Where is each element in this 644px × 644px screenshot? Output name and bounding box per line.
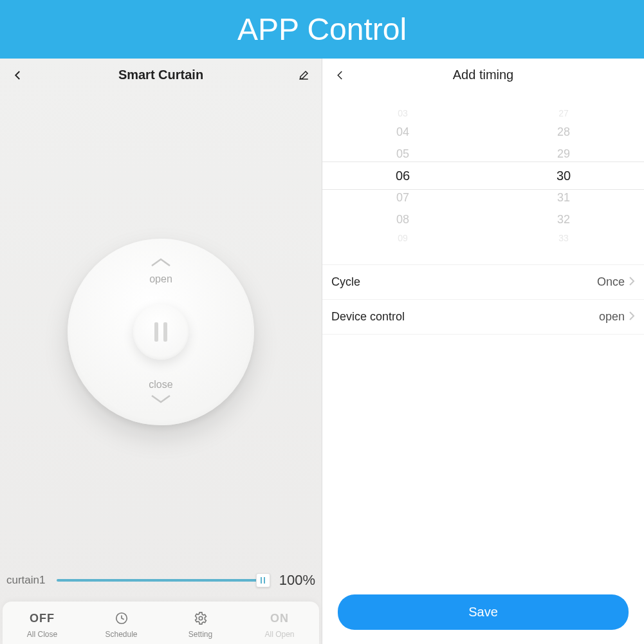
back-button[interactable] <box>334 69 347 82</box>
minute-column[interactable]: 27 28 29 30 31 32 33 <box>483 92 644 259</box>
screen-title: Smart Curtain <box>118 68 203 82</box>
screen-title: Add timing <box>453 68 514 82</box>
curtain-name: curtain1 <box>6 574 48 587</box>
svg-point-1 <box>199 616 203 620</box>
pause-icon <box>154 322 158 342</box>
hour-column[interactable]: 03 04 05 06 07 08 09 <box>322 92 483 259</box>
gear-icon <box>194 611 208 626</box>
time-picker[interactable]: 03 04 05 06 07 08 09 27 28 29 30 31 <box>322 92 644 259</box>
bottom-toolbar: OFF All Close Schedule Setting ON <box>3 602 319 644</box>
position-percent: 100% <box>279 572 315 589</box>
screen-add-timing: Add timing 03 04 05 06 07 08 09 27 <box>322 59 644 644</box>
pause-button[interactable] <box>133 304 189 360</box>
chevron-right-icon <box>629 310 635 324</box>
device-control-row[interactable]: Device control open <box>322 300 644 335</box>
slider-thumb[interactable] <box>256 573 270 587</box>
back-button[interactable] <box>12 69 24 82</box>
close-button[interactable]: close <box>149 379 172 407</box>
curtain-dial: open close <box>68 239 254 425</box>
open-label: open <box>149 273 172 285</box>
chevron-right-icon <box>629 275 635 289</box>
all-close-button[interactable]: OFF All Close <box>3 611 82 639</box>
banner-title: APP Control <box>0 0 644 59</box>
open-button[interactable]: open <box>149 257 172 285</box>
all-open-button[interactable]: ON All Open <box>240 611 319 639</box>
position-slider[interactable] <box>57 573 270 588</box>
save-button[interactable]: Save <box>338 594 629 630</box>
cycle-row[interactable]: Cycle Once <box>322 265 644 300</box>
chevron-down-icon <box>149 393 172 407</box>
schedule-button[interactable]: Schedule <box>82 611 161 639</box>
edit-button[interactable] <box>297 69 310 82</box>
pause-icon <box>163 322 167 342</box>
screen-smart-curtain: Smart Curtain open <box>0 59 322 644</box>
close-label: close <box>149 379 172 391</box>
setting-button[interactable]: Setting <box>161 611 240 639</box>
chevron-up-icon <box>149 257 172 271</box>
clock-icon <box>115 611 129 626</box>
